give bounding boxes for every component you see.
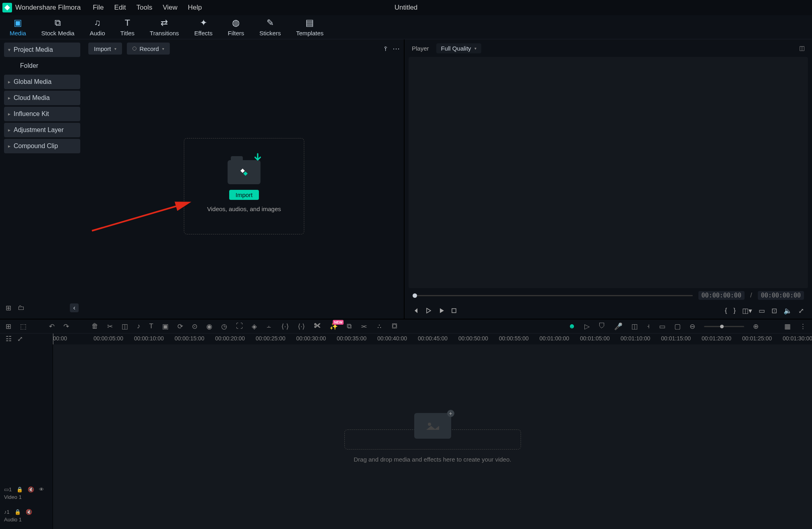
zoom-in-button[interactable]: ⊕ bbox=[753, 322, 759, 331]
marker-icon[interactable]: ▢ bbox=[674, 322, 681, 331]
quality-dropdown[interactable]: Full Quality▾ bbox=[436, 43, 481, 53]
sidebar-item-project-media[interactable]: ▾Project Media bbox=[4, 43, 80, 57]
sidebar-item-global-media[interactable]: ▸Global Media bbox=[4, 75, 80, 89]
tab-media[interactable]: ▣Media bbox=[3, 16, 33, 39]
group-button[interactable]: ⧉ bbox=[347, 322, 352, 330]
ai-button[interactable]: ✨NEW bbox=[330, 322, 338, 331]
import-button[interactable]: Import bbox=[229, 190, 259, 200]
tab-stock-media[interactable]: ⧉Stock Media bbox=[35, 16, 81, 39]
timeline-tracks[interactable]: + Drag and drop media and effects here t… bbox=[53, 344, 812, 529]
select-tool-icon[interactable]: ⬚ bbox=[20, 322, 26, 331]
sidebar-item-folder[interactable]: Folder bbox=[4, 59, 80, 73]
tab-stickers[interactable]: ✎Stickers bbox=[253, 16, 287, 39]
mic-icon[interactable]: 🎤 bbox=[614, 322, 623, 331]
text-button[interactable]: T bbox=[149, 322, 153, 330]
snapshot-icon[interactable]: ◫ bbox=[799, 45, 805, 52]
stop-button[interactable] bbox=[451, 308, 457, 313]
menu-file[interactable]: File bbox=[93, 4, 104, 12]
lock-icon[interactable]: 🔒 bbox=[14, 509, 21, 515]
player-viewport[interactable] bbox=[409, 57, 808, 288]
add-bin-icon[interactable]: ⊞ bbox=[6, 304, 11, 312]
align-icon[interactable]: ⫞ bbox=[647, 322, 650, 330]
filter-icon[interactable]: ⫯ bbox=[384, 45, 388, 53]
tab-effects[interactable]: ✦Effects bbox=[188, 16, 219, 39]
menu-tools[interactable]: Tools bbox=[136, 4, 153, 12]
camera-icon[interactable]: ⊡ bbox=[771, 307, 777, 315]
link-button[interactable]: ⫘ bbox=[360, 322, 367, 330]
display-icon[interactable]: ▭ bbox=[759, 307, 765, 315]
record-dropdown[interactable]: Record▾ bbox=[127, 43, 170, 55]
fullscreen-icon[interactable]: ⤢ bbox=[798, 307, 804, 315]
zoom-slider[interactable] bbox=[704, 326, 744, 327]
rotate-button[interactable]: ⟳ bbox=[177, 322, 183, 331]
color-button[interactable]: ◉ bbox=[206, 322, 212, 331]
import-dropzone[interactable]: Import Videos, audios, and images bbox=[184, 138, 304, 234]
sidebar-item-compound-clip[interactable]: ▸Compound Clip bbox=[4, 139, 80, 153]
sidebar-item-influence-kit[interactable]: ▸Influence Kit bbox=[4, 107, 80, 121]
prev-frame-button[interactable] bbox=[413, 307, 419, 314]
compare-icon[interactable]: ◫▾ bbox=[742, 307, 752, 315]
tag-button[interactable]: ◈ bbox=[252, 322, 257, 331]
volume-icon[interactable]: 🔈 bbox=[784, 307, 792, 315]
player-controls: { } ◫▾ ▭ ⊡ 🔈 ⤢ bbox=[405, 303, 812, 319]
open-folder-icon[interactable]: 🗀 bbox=[18, 304, 24, 312]
tab-transitions[interactable]: ⇄Transitions bbox=[143, 16, 185, 39]
mute-icon[interactable]: 🔇 bbox=[28, 486, 34, 492]
detach-button[interactable]: ⛬ bbox=[376, 322, 383, 330]
zoom-out-button[interactable]: ⊖ bbox=[690, 322, 695, 331]
expand-button[interactable]: ⛶ bbox=[236, 322, 243, 330]
audio-track-header[interactable]: ♪1🔒🔇 Audio 1 bbox=[0, 507, 53, 529]
speed-button[interactable]: ⊙ bbox=[192, 322, 197, 331]
track-headers: ▭1🔒🔇👁 Video 1 ♪1🔒🔇 Audio 1 bbox=[0, 344, 53, 529]
mark-in-button[interactable]: { bbox=[725, 307, 727, 315]
import-dropdown[interactable]: Import▾ bbox=[88, 43, 122, 55]
video-track-header[interactable]: ▭1🔒🔇👁 Video 1 bbox=[0, 484, 53, 507]
ruler-grid-icon[interactable]: ☷ bbox=[6, 335, 12, 343]
scrub-track[interactable] bbox=[413, 295, 693, 296]
adjust-button[interactable]: ⫠ bbox=[266, 322, 273, 330]
grid-icon[interactable]: ⊞ bbox=[6, 322, 11, 331]
undo-button[interactable]: ↶ bbox=[49, 322, 55, 331]
mark-out-button[interactable]: } bbox=[733, 307, 736, 315]
ruler-track[interactable]: 00:0000:00:05:0000:00:10:0000:00:15:0000… bbox=[53, 334, 812, 344]
sidebar-item-cloud-media[interactable]: ▸Cloud Media bbox=[4, 91, 80, 105]
menu-view[interactable]: View bbox=[163, 4, 178, 12]
shield-icon[interactable]: ⛉ bbox=[598, 322, 605, 330]
marker-add-icon[interactable]: ▭ bbox=[659, 322, 665, 331]
play-button[interactable] bbox=[438, 307, 445, 314]
crop-button[interactable]: ◫ bbox=[122, 322, 128, 331]
ruler-expand-icon[interactable]: ⤢ bbox=[17, 335, 23, 343]
collapse-sidebar-button[interactable]: ‹ bbox=[70, 303, 79, 312]
bracket-out-button[interactable]: ⟨·⟩ bbox=[298, 322, 305, 331]
more-timeline-icon[interactable]: ⋮ bbox=[800, 322, 806, 331]
play-backward-button[interactable] bbox=[425, 307, 432, 314]
more-icon[interactable]: ⋯ bbox=[393, 44, 400, 53]
cut-button[interactable]: ✂ bbox=[107, 322, 113, 331]
transitions-icon: ⇄ bbox=[161, 18, 168, 28]
mixer-icon[interactable]: ◫ bbox=[631, 322, 638, 331]
music-button[interactable]: ♪ bbox=[137, 322, 140, 330]
bracket-in-button[interactable]: ⟨·⟩ bbox=[281, 322, 289, 331]
frame-button[interactable]: ▣ bbox=[162, 322, 169, 331]
eye-icon[interactable]: 👁 bbox=[39, 486, 44, 492]
view-mode-icon[interactable]: ▦ bbox=[784, 322, 791, 331]
tab-templates[interactable]: ▤Templates bbox=[290, 16, 330, 39]
menu-help[interactable]: Help bbox=[188, 4, 202, 12]
timeline-dropzone[interactable]: + bbox=[344, 429, 521, 450]
tab-audio[interactable]: ♫Audio bbox=[83, 16, 111, 39]
mute-icon[interactable]: 🔇 bbox=[26, 509, 32, 515]
menu-edit[interactable]: Edit bbox=[114, 4, 126, 12]
tab-titles[interactable]: TTitles bbox=[114, 16, 141, 39]
render-button[interactable]: ⛋ bbox=[392, 322, 399, 330]
redo-button[interactable]: ↷ bbox=[63, 322, 69, 331]
smiley-icon[interactable]: ☻ bbox=[568, 322, 576, 330]
scrub-thumb[interactable] bbox=[413, 293, 417, 298]
tab-filters[interactable]: ◍Filters bbox=[221, 16, 250, 39]
zoom-thumb[interactable] bbox=[720, 325, 724, 328]
razor-button[interactable]: ✀ bbox=[314, 322, 321, 330]
lock-icon[interactable]: 🔒 bbox=[16, 486, 23, 492]
delete-button[interactable]: 🗑 bbox=[92, 322, 98, 330]
play-timeline-icon[interactable]: ▷ bbox=[584, 322, 590, 331]
sidebar-item-adjustment-layer[interactable]: ▸Adjustment Layer bbox=[4, 123, 80, 137]
clock-button[interactable]: ◷ bbox=[221, 322, 227, 331]
